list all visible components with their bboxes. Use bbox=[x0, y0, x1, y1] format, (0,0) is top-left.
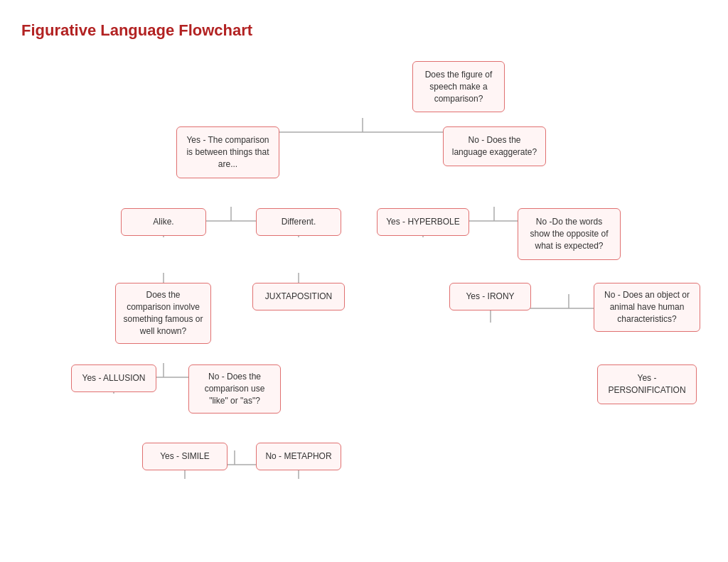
flowchart: Does the figure of speech make a compari… bbox=[21, 54, 704, 485]
root-node: Does the figure of speech make a compari… bbox=[412, 61, 505, 112]
comparison-famous-node: Does the comparison involve something fa… bbox=[115, 283, 211, 343]
no-words-node: No -Do the words show the opposite of wh… bbox=[518, 208, 621, 259]
page-title: Figurative Language Flowchart bbox=[21, 21, 707, 40]
yes-allusion-node: Yes - ALLUSION bbox=[71, 364, 156, 392]
yes-hyperbole-node: Yes - HYPERBOLE bbox=[377, 208, 469, 236]
yes-simile-node: Yes - SIMILE bbox=[142, 443, 228, 470]
no-object-node: No - Does an object or animal have human… bbox=[594, 283, 700, 331]
juxtaposition-node: JUXTAPOSITION bbox=[252, 283, 345, 310]
yes-personification-node: Yes - PERSONIFICATION bbox=[597, 364, 697, 404]
alike-node: Alike. bbox=[121, 208, 206, 236]
yes-branch-node: Yes - The comparison is between things t… bbox=[176, 126, 279, 178]
different-node: Different. bbox=[256, 208, 341, 236]
no-branch-node: No - Does the language exaggerate? bbox=[443, 126, 546, 166]
no-like-as-node: No - Does the comparison use "like" or "… bbox=[188, 364, 281, 413]
yes-irony-node: Yes - IRONY bbox=[449, 283, 531, 310]
no-metaphor-node: No - METAPHOR bbox=[256, 443, 341, 470]
